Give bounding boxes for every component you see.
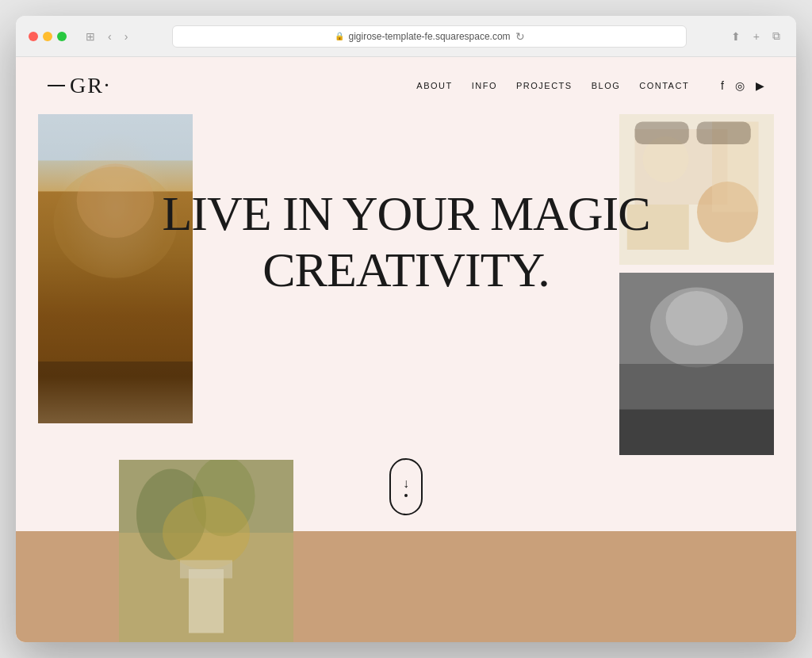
navigation: GR· ABOUT INFO PROJECTS BLOG CONTACT f ◎…: [16, 57, 796, 114]
social-links: f ◎ ▶: [721, 79, 764, 92]
window-icon[interactable]: ⊞: [82, 29, 98, 44]
browser-chrome: ⊞ ‹ › 🔒 gigirose-template-fe.squarespace…: [16, 16, 796, 57]
svg-rect-12: [635, 122, 689, 145]
instagram-icon[interactable]: ◎: [735, 79, 745, 92]
maximize-button[interactable]: [57, 32, 67, 41]
forward-button[interactable]: ›: [121, 29, 132, 44]
nav-item-projects[interactable]: PROJECTS: [516, 81, 573, 90]
nav-item-about[interactable]: ABOUT: [416, 81, 452, 90]
nav-item-blog[interactable]: BLOG: [592, 81, 621, 90]
nav-links: ABOUT INFO PROJECTS BLOG CONTACT f ◎ ▶: [416, 79, 764, 92]
svg-rect-0: [38, 114, 193, 161]
svg-rect-4: [38, 362, 193, 423]
headline-line-2: CREATIVITY.: [162, 242, 649, 298]
browser-controls: ⊞ ‹ ›: [82, 29, 131, 44]
traffic-lights: [29, 32, 67, 41]
photo-plants: [119, 460, 293, 642]
scroll-dot: [404, 494, 408, 497]
svg-rect-18: [619, 410, 774, 456]
scroll-pill: ↓: [389, 458, 423, 515]
site-logo[interactable]: GR·: [48, 73, 111, 98]
plants-image: [119, 460, 293, 642]
facebook-icon[interactable]: f: [721, 79, 724, 92]
logo-text: GR·: [70, 73, 111, 98]
close-button[interactable]: [29, 32, 38, 41]
headline-line-1: LIVE IN YOUR MAGIC: [162, 186, 649, 242]
address-bar[interactable]: 🔒 gigirose-template-fe.squarespace.com ↻: [172, 25, 686, 48]
minimize-button[interactable]: [43, 32, 52, 41]
back-button[interactable]: ‹: [105, 29, 115, 44]
duplicate-button[interactable]: ⧉: [769, 28, 783, 44]
svg-point-24: [163, 496, 250, 569]
scroll-arrow-icon: ↓: [403, 476, 409, 491]
share-button[interactable]: ⬆: [728, 28, 744, 44]
hero-section: LIVE IN YOUR MAGIC CREATIVITY. ↓: [16, 114, 796, 642]
add-tab-button[interactable]: +: [750, 28, 763, 44]
browser-actions: ⬆ + ⧉: [728, 28, 783, 44]
hero-headline: LIVE IN YOUR MAGIC CREATIVITY.: [162, 186, 649, 299]
logo-dash: [48, 85, 65, 86]
svg-point-5: [77, 163, 155, 238]
svg-rect-25: [189, 569, 224, 633]
url-text: gigirose-template-fe.squarespace.com: [349, 31, 511, 42]
scroll-indicator[interactable]: ↓: [389, 458, 423, 515]
bw-portrait-image: [619, 273, 774, 455]
lock-icon: 🔒: [335, 32, 344, 40]
photo-bw-portrait: [619, 273, 774, 455]
youtube-icon[interactable]: ▶: [756, 79, 764, 92]
svg-rect-26: [180, 560, 232, 579]
website-content: GR· ABOUT INFO PROJECTS BLOG CONTACT f ◎…: [16, 57, 796, 642]
browser-window: ⊞ ‹ › 🔒 gigirose-template-fe.squarespace…: [16, 16, 796, 642]
nav-item-contact[interactable]: CONTACT: [639, 81, 689, 90]
nav-item-info[interactable]: INFO: [472, 81, 497, 90]
svg-rect-13: [697, 122, 751, 145]
reload-icon: ↻: [515, 30, 525, 43]
svg-point-19: [666, 291, 728, 346]
